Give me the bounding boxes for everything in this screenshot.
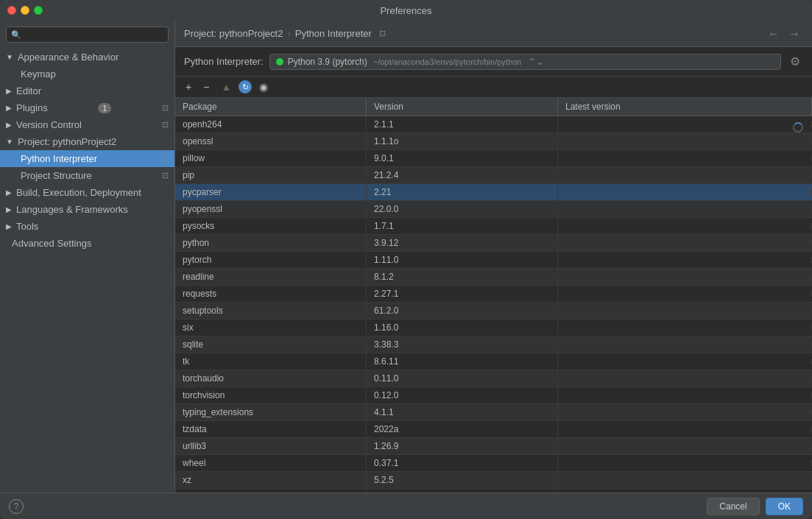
table-row[interactable]: typing_extensions4.1.1 — [175, 404, 812, 421]
sidebar-item-label: Plugins — [16, 102, 48, 113]
cancel-button[interactable]: Cancel — [707, 498, 759, 515]
cell-package: torchaudio — [175, 370, 367, 386]
sidebar-item-label: Keymap — [21, 68, 56, 80]
sidebar-item-label: Appearance & Behavior — [18, 52, 119, 63]
cell-latest — [558, 240, 812, 246]
table-row[interactable]: urllib31.26.9 — [175, 438, 812, 455]
cell-latest — [558, 223, 812, 229]
cell-version: 2.1.1 — [367, 116, 558, 133]
table-header: Package Version Latest version — [175, 98, 812, 116]
search-input[interactable] — [24, 29, 163, 40]
table-row[interactable]: six1.16.0 — [175, 319, 812, 336]
cell-version: 1.7.1 — [367, 218, 558, 234]
sidebar-item-label: Project Structure — [21, 170, 92, 181]
sidebar-item-version-control[interactable]: ▶ Version Control ⊡ — [0, 116, 174, 133]
interpreter-path: ~/opt/anaconda3/envs/pytorch/bin/python — [373, 57, 522, 66]
cell-version: 1.1.1o — [367, 133, 558, 149]
remove-package-button[interactable]: − — [199, 80, 213, 94]
table-row[interactable]: openh2642.1.1 — [175, 116, 812, 133]
cell-package: zlib — [175, 489, 367, 492]
maximize-button[interactable] — [34, 6, 43, 15]
col-latest: Latest version — [558, 98, 812, 116]
table-row[interactable]: setuptools61.2.0 — [175, 303, 812, 319]
sidebar-item-label: Editor — [16, 85, 41, 96]
table-row[interactable]: python3.9.12 — [175, 235, 812, 252]
cell-package: pysocks — [175, 218, 367, 234]
search-box[interactable]: 🔍 — [6, 27, 169, 43]
packages-toolbar: + − ▲ ↻ ◉ — [175, 77, 812, 98]
table-row[interactable]: pip21.2.4 — [175, 167, 812, 184]
table-row[interactable]: openssl1.1.1o — [175, 133, 812, 150]
table-row[interactable]: torchvision0.12.0 — [175, 387, 812, 404]
sidebar-item-appearance[interactable]: ▼ Appearance & Behavior — [0, 49, 174, 66]
cell-latest — [558, 392, 812, 398]
cell-latest — [558, 443, 812, 449]
cell-version: 3.38.3 — [367, 336, 558, 353]
table-row[interactable]: tzdata2022a — [175, 421, 812, 438]
table-row[interactable]: xz5.2.5 — [175, 472, 812, 489]
chevron-right-icon: ▶ — [6, 121, 12, 129]
cell-package: six — [175, 319, 367, 336]
table-row[interactable]: requests2.27.1 — [175, 286, 812, 303]
table-row[interactable]: sqlite3.38.3 — [175, 336, 812, 353]
sidebar-item-label: Python Interpreter — [21, 153, 97, 164]
cell-version: 1.11.0 — [367, 252, 558, 268]
page-icon: ⊡ — [162, 103, 169, 113]
table-row[interactable]: pysocks1.7.1 — [175, 218, 812, 235]
table-row[interactable]: pycparser2.21 — [175, 184, 812, 201]
sidebar-item-tools[interactable]: ▶ Tools — [0, 218, 174, 235]
nav-forward-button[interactable]: → — [785, 26, 803, 42]
add-package-button[interactable]: + — [181, 80, 196, 94]
cell-version: 2.27.1 — [367, 286, 558, 302]
cell-latest — [558, 138, 812, 144]
sidebar-item-project[interactable]: ▼ Project: pythonProject2 — [0, 133, 174, 150]
table-row[interactable]: readline8.1.2 — [175, 269, 812, 286]
cell-version: 21.2.4 — [367, 167, 558, 183]
cell-latest — [558, 121, 812, 127]
breadcrumb-page: Python Interpreter — [295, 28, 372, 39]
nav-back-button[interactable]: ← — [765, 26, 783, 42]
close-button[interactable] — [7, 6, 16, 15]
interpreter-settings-button[interactable]: ⚙ — [787, 53, 803, 70]
show-paths-button[interactable]: ◉ — [255, 80, 272, 94]
breadcrumb-project: Project: pythonProject2 — [184, 28, 283, 39]
sidebar-item-label: Tools — [16, 221, 38, 232]
sidebar: 🔍 ▼ Appearance & Behavior Keymap ▶ Edito… — [0, 21, 175, 492]
table-row[interactable]: wheel0.37.1 — [175, 455, 812, 472]
sidebar-item-editor[interactable]: ▶ Editor — [0, 82, 174, 99]
sidebar-item-advanced[interactable]: Advanced Settings — [0, 235, 174, 252]
sidebar-item-keymap[interactable]: Keymap — [0, 66, 174, 82]
cell-latest — [558, 189, 812, 195]
plugins-badge: 1 — [98, 103, 111, 113]
footer-buttons: Cancel OK — [707, 498, 803, 515]
table-row[interactable]: tk8.6.11 — [175, 353, 812, 370]
table-body[interactable]: openh2642.1.1openssl1.1.1opillow9.0.1pip… — [175, 116, 812, 492]
col-version: Version — [367, 98, 558, 116]
interpreter-select[interactable]: Python 3.9 (pytorch) ~/opt/anaconda3/env… — [269, 54, 781, 70]
table-row[interactable]: zlib1.2.12 — [175, 489, 812, 492]
titlebar: Preferences — [0, 0, 812, 21]
table-row[interactable]: pyopenssl22.0.0 — [175, 201, 812, 218]
cell-package: setuptools — [175, 303, 367, 319]
minimize-button[interactable] — [21, 6, 29, 15]
page-icon: ⊡ — [162, 171, 169, 180]
cell-package: torchvision — [175, 387, 367, 403]
cell-version: 1.26.9 — [367, 438, 558, 454]
sidebar-item-project-structure[interactable]: Project Structure ⊡ — [0, 167, 174, 184]
cell-version: 61.2.0 — [367, 303, 558, 319]
sidebar-item-build[interactable]: ▶ Build, Execution, Deployment — [0, 184, 174, 201]
refresh-button[interactable]: ↻ — [239, 80, 252, 93]
sidebar-item-languages[interactable]: ▶ Languages & Frameworks — [0, 201, 174, 218]
table-row[interactable]: pytorch1.11.0 — [175, 252, 812, 269]
cell-latest — [558, 409, 812, 415]
cell-package: pytorch — [175, 252, 367, 268]
panel-header: Project: pythonProject2 › Python Interpr… — [175, 21, 812, 47]
table-row[interactable]: pillow9.0.1 — [175, 150, 812, 167]
help-button[interactable]: ? — [9, 499, 24, 514]
sidebar-item-plugins[interactable]: ▶ Plugins 1 ⊡ — [0, 99, 174, 116]
table-row[interactable]: torchaudio0.11.0 — [175, 370, 812, 387]
cell-version: 0.37.1 — [367, 455, 558, 471]
ok-button[interactable]: OK — [766, 498, 803, 515]
sidebar-item-label: Advanced Settings — [12, 238, 91, 249]
sidebar-item-python-interpreter[interactable]: Python Interpreter ⊡ — [0, 150, 174, 167]
